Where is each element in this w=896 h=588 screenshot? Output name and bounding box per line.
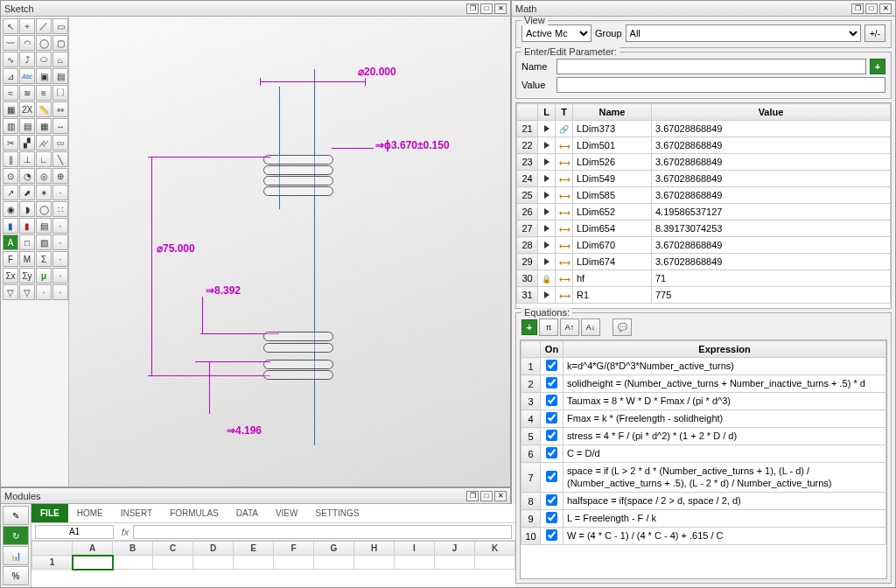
- pattern-icon[interactable]: ≡: [36, 85, 52, 101]
- equation-row[interactable]: 9L = Freelength - F / k: [522, 510, 886, 528]
- column-header[interactable]: G: [314, 542, 354, 556]
- spreadsheet-grid[interactable]: ABCDEFGHIJK1: [32, 541, 515, 587]
- arrow-up-icon[interactable]: ↗: [3, 185, 18, 200]
- blank2-icon[interactable]: ·: [52, 218, 68, 234]
- equation-expression[interactable]: space = if (L > 2 * d * (Number_active_t…: [564, 463, 886, 493]
- param-name-cell[interactable]: LDim501: [573, 137, 652, 154]
- cell[interactable]: [475, 556, 515, 570]
- cell-reference-input[interactable]: [35, 525, 114, 539]
- close-icon[interactable]: ✕: [879, 4, 892, 14]
- red-panel-icon[interactable]: ▮: [19, 218, 35, 234]
- parameter-row[interactable]: 22⟷LDim5013.67028868849: [517, 137, 891, 154]
- equation-row[interactable]: 10W = (4 * C - 1) / (4 * C - 4) + .615 /…: [522, 528, 886, 545]
- equation-expression[interactable]: C = D/d: [564, 445, 886, 463]
- sigma-x-icon[interactable]: Σx: [3, 268, 18, 284]
- param-name-input[interactable]: [556, 59, 866, 74]
- row-header[interactable]: 1: [32, 556, 73, 570]
- maximize-icon[interactable]: □: [480, 4, 493, 14]
- vrc-button[interactable]: π: [539, 318, 558, 336]
- dim-top[interactable]: ⌀20.000: [358, 66, 396, 78]
- cell[interactable]: [73, 556, 113, 570]
- ribbon-tab-data[interactable]: DATA: [228, 504, 267, 522]
- equation-row[interactable]: 3Taumax = 8 * W * D * Fmax / (pi * d^3): [522, 393, 886, 410]
- tape-icon[interactable]: 📏: [36, 102, 52, 117]
- equation-expression[interactable]: Taumax = 8 * W * D * Fmax / (pi * d^3): [564, 393, 886, 410]
- param-value-cell[interactable]: 3.67028868849: [652, 237, 891, 254]
- parameter-row[interactable]: 28⟷LDim6703.67028868849: [517, 237, 891, 254]
- coil-segment[interactable]: [263, 370, 333, 380]
- parameter-row[interactable]: 24⟷LDim5493.67028868849: [517, 171, 891, 187]
- col-rownum[interactable]: [522, 341, 541, 358]
- param-name-cell[interactable]: LDim670: [573, 237, 652, 254]
- blank7-icon[interactable]: ·: [52, 284, 68, 300]
- module-tab-4[interactable]: %: [3, 566, 29, 585]
- table-icon[interactable]: ▦: [36, 118, 52, 134]
- rectangle-tool-icon[interactable]: ▭: [52, 18, 68, 34]
- text-abc-icon[interactable]: Abc: [19, 68, 35, 84]
- angle-right-icon[interactable]: ∟: [36, 151, 52, 167]
- ribbon-tab-home[interactable]: HOME: [68, 504, 112, 522]
- column-header[interactable]: A: [73, 542, 113, 556]
- select-all-corner[interactable]: [32, 542, 73, 556]
- donut-icon[interactable]: ◯: [36, 201, 52, 217]
- co-icon[interactable]: co: [52, 135, 68, 150]
- param-name-cell[interactable]: LDim585: [573, 187, 652, 204]
- column-header[interactable]: K: [475, 542, 515, 556]
- coil-segment[interactable]: [263, 176, 333, 186]
- parameter-row[interactable]: 31⟷R1775: [517, 287, 891, 304]
- param-name-cell[interactable]: hf: [573, 270, 652, 287]
- param-name-cell[interactable]: LDim652: [573, 204, 652, 220]
- param-value-cell[interactable]: 3.67028868849: [652, 187, 891, 204]
- blank4-icon[interactable]: ·: [52, 251, 68, 267]
- circle-radius-icon[interactable]: ◔: [19, 168, 35, 184]
- road-icon[interactable]: ▞: [19, 135, 35, 150]
- dots-grid-icon[interactable]: ∷: [52, 201, 68, 217]
- arc-icon[interactable]: ◠: [19, 35, 35, 51]
- param-name-cell[interactable]: LDim674: [573, 254, 652, 270]
- dim-height[interactable]: ⌀75.000: [157, 242, 195, 255]
- toggle-pm-button[interactable]: +/-: [864, 24, 886, 42]
- coil-segment[interactable]: [263, 155, 333, 164]
- add-parameter-button[interactable]: +: [870, 59, 886, 74]
- equation-enabled-checkbox[interactable]: [546, 377, 557, 388]
- select-icon[interactable]: ↖: [3, 18, 18, 34]
- spline-icon[interactable]: ∿: [3, 52, 18, 67]
- col-t[interactable]: T: [556, 104, 573, 121]
- blank6-icon[interactable]: ·: [36, 284, 52, 300]
- a-green-icon[interactable]: A: [3, 234, 18, 250]
- group-select[interactable]: All: [626, 24, 861, 42]
- circle-dot-icon[interactable]: ◉: [3, 201, 18, 217]
- restore-icon[interactable]: ❐: [466, 4, 479, 14]
- param-name-cell[interactable]: R1: [573, 287, 652, 304]
- parameter-row[interactable]: 26⟷LDim6524.19586537127: [517, 204, 891, 220]
- equation-enabled-checkbox[interactable]: [546, 430, 557, 441]
- column-header[interactable]: B: [113, 542, 153, 556]
- close-icon[interactable]: ✕: [494, 491, 507, 501]
- equation-row[interactable]: 4Fmax = k * (Freelength - solidheight): [522, 410, 886, 428]
- equation-grid[interactable]: On Expression 1k=d^4*G/(8*D^3*Number_act…: [520, 340, 887, 579]
- curve-tool-icon[interactable]: ⤴: [19, 52, 35, 67]
- coil-segment[interactable]: [263, 165, 333, 175]
- cell[interactable]: [193, 556, 234, 570]
- parameter-row[interactable]: 25⟷LDim5853.67028868849: [517, 187, 891, 204]
- arrow-corner-icon[interactable]: ⬈: [19, 185, 35, 200]
- fx-icon[interactable]: fx: [117, 527, 133, 537]
- star6-icon[interactable]: ✶: [36, 185, 52, 200]
- image-placeholder-icon[interactable]: ▤: [52, 68, 68, 84]
- dim-spacing[interactable]: ⇒8.392: [206, 284, 241, 297]
- square-edit-icon[interactable]: □: [19, 234, 35, 250]
- col-l[interactable]: L: [538, 104, 556, 121]
- dim-arrows-icon[interactable]: ↔: [52, 118, 68, 134]
- blank3-icon[interactable]: ·: [52, 234, 68, 250]
- ruler-2x-icon[interactable]: 2X: [19, 102, 35, 117]
- col-value[interactable]: Value: [652, 104, 891, 121]
- restore-icon[interactable]: ❐: [466, 491, 479, 501]
- param-value-cell[interactable]: 71: [652, 270, 891, 287]
- param-value-cell[interactable]: 3.67028868849: [652, 254, 891, 270]
- sigma-icon[interactable]: Σ: [36, 251, 52, 267]
- equation-expression[interactable]: k=d^4*G/(8*D^3*Number_active_turns): [564, 358, 886, 375]
- circle-3pt-icon[interactable]: ◯: [36, 35, 52, 51]
- cell[interactable]: [435, 556, 475, 570]
- frame-icon[interactable]: ▣: [36, 68, 52, 84]
- equation-row[interactable]: 2solidheight = (Number_active_turns + Nu…: [522, 375, 886, 393]
